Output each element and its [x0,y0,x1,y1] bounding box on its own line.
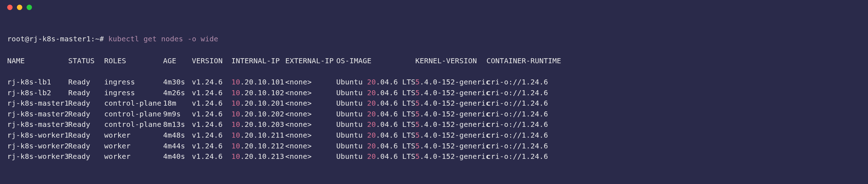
cell-os-image: Ubuntu 20.04.6 LTS [336,109,415,120]
cell-node-name: rj-k8s-worker2 [7,141,68,152]
cell-age: 4m44s [163,141,192,152]
cell-external-ip: <none> [285,109,336,120]
os-version-major: 20 [367,120,376,129]
cell-kernel-version: 5.4.0-152-generic [415,130,486,141]
cell-status: Ready [68,77,104,88]
cell-roles: control-plane [104,109,163,120]
table-row: rj-k8s-worker1Readyworker4m48sv1.24.610.… [7,130,559,141]
cell-internal-ip: 10.20.10.211 [231,130,285,141]
header-status: STATUS [68,56,104,66]
terminal-content[interactable]: root@rj-k8s-master1:~# kubectl get nodes… [0,14,566,184]
ip-first-octet: 10 [231,88,240,97]
cell-version: v1.24.6 [192,77,231,88]
cell-external-ip: <none> [285,130,336,141]
kernel-major: 5 [415,99,420,107]
table-row: rj-k8s-master1Readycontrol-plane18mv1.24… [7,98,559,109]
cell-version: v1.24.6 [192,98,231,109]
prompt-user-host: root@rj-k8s-master1:~ [7,34,100,43]
cell-age: 4m30s [163,77,192,88]
cell-internal-ip: 10.20.10.202 [231,109,285,120]
cell-roles: worker [104,151,163,162]
cell-internal-ip: 10.20.10.102 [231,88,285,98]
cell-status: Ready [68,98,104,109]
cell-age: 9m9s [163,109,192,120]
cell-roles: ingress [104,77,163,88]
kernel-major: 5 [415,131,420,139]
cell-roles: control-plane [104,119,163,130]
header-os-image: OS-IMAGE [336,56,415,66]
cell-age: 8m13s [163,119,192,130]
kernel-major: 5 [415,142,420,150]
table-row: rj-k8s-master3Readycontrol-plane8m13sv1.… [7,119,559,130]
table-row: rj-k8s-worker2Readyworker4m44sv1.24.610.… [7,141,559,152]
cell-container-runtime: cri-o://1.24.6 [486,109,551,120]
cell-kernel-version: 5.4.0-152-generic [415,109,486,120]
command-text: kubectl get nodes -o wide [108,34,218,43]
cell-status: Ready [68,119,104,130]
cell-kernel-version: 5.4.0-152-generic [415,119,486,130]
header-name: NAME [7,56,68,66]
kernel-major: 5 [415,88,420,97]
maximize-icon[interactable] [27,5,32,10]
cell-os-image: Ubuntu 20.04.6 LTS [336,88,415,98]
cell-external-ip: <none> [285,151,336,162]
prompt-hash: # [100,34,104,43]
os-version-major: 20 [367,78,376,86]
cell-internal-ip: 10.20.10.212 [231,141,285,152]
cell-container-runtime: cri-o://1.24.6 [486,151,551,162]
terminal-window: root@rj-k8s-master1:~# kubectl get nodes… [0,0,566,184]
cell-container-runtime: cri-o://1.24.6 [486,98,551,109]
cell-age: 4m26s [163,88,192,98]
os-version-major: 20 [367,142,376,150]
cell-os-image: Ubuntu 20.04.6 LTS [336,77,415,88]
cell-external-ip: <none> [285,119,336,130]
cell-external-ip: <none> [285,88,336,98]
cell-version: v1.24.6 [192,141,231,152]
ip-first-octet: 10 [231,99,240,107]
os-version-major: 20 [367,88,376,97]
os-version-major: 20 [367,152,376,161]
cell-container-runtime: cri-o://1.24.6 [486,130,551,141]
cell-internal-ip: 10.20.10.213 [231,151,285,162]
cell-version: v1.24.6 [192,119,231,130]
cell-status: Ready [68,109,104,120]
kernel-major: 5 [415,152,420,161]
cell-internal-ip: 10.20.10.101 [231,77,285,88]
cell-container-runtime: cri-o://1.24.6 [486,88,551,98]
cell-kernel-version: 5.4.0-152-generic [415,141,486,152]
ip-first-octet: 10 [231,110,240,118]
ip-first-octet: 10 [231,120,240,129]
cell-os-image: Ubuntu 20.04.6 LTS [336,151,415,162]
header-container-runtime: CONTAINER-RUNTIME [486,56,551,66]
cell-container-runtime: cri-o://1.24.6 [486,77,551,88]
cell-version: v1.24.6 [192,151,231,162]
cell-status: Ready [68,151,104,162]
kernel-major: 5 [415,78,420,86]
cell-node-name: rj-k8s-master3 [7,119,68,130]
header-age: AGE [163,56,192,66]
cell-container-runtime: cri-o://1.24.6 [486,141,551,152]
header-external-ip: EXTERNAL-IP [285,56,336,66]
cell-status: Ready [68,141,104,152]
cell-age: 4m40s [163,151,192,162]
cell-external-ip: <none> [285,98,336,109]
cell-version: v1.24.6 [192,130,231,141]
kernel-major: 5 [415,110,420,118]
cell-status: Ready [68,130,104,141]
close-icon[interactable] [7,5,13,10]
cell-kernel-version: 5.4.0-152-generic [415,151,486,162]
cell-node-name: rj-k8s-lb2 [7,88,68,98]
ip-first-octet: 10 [231,131,240,139]
os-version-major: 20 [367,131,376,139]
minimize-icon[interactable] [17,5,22,10]
cell-roles: worker [104,141,163,152]
cell-node-name: rj-k8s-lb1 [7,77,68,88]
cell-node-name: rj-k8s-worker1 [7,130,68,141]
cell-external-ip: <none> [285,77,336,88]
cell-kernel-version: 5.4.0-152-generic [415,88,486,98]
cell-internal-ip: 10.20.10.201 [231,98,285,109]
cell-node-name: rj-k8s-master1 [7,98,68,109]
window-titlebar [0,0,566,14]
os-version-major: 20 [367,110,376,118]
table-body: rj-k8s-lb1Readyingress4m30sv1.24.610.20.… [7,77,559,162]
